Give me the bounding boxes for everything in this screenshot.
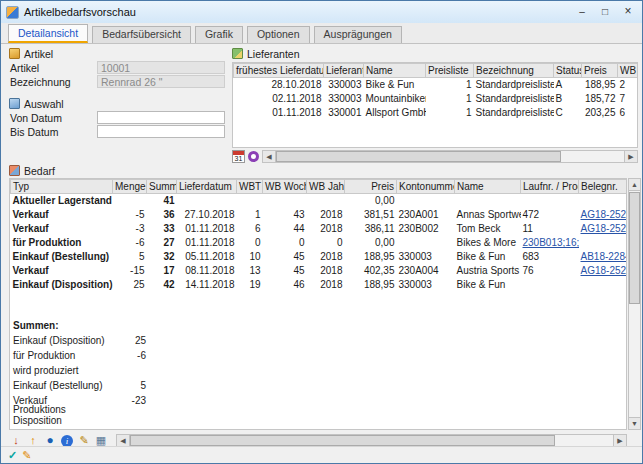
table-cell	[263, 194, 307, 208]
table-cell: A	[554, 78, 582, 92]
table-cell: 01.11.2018	[234, 106, 324, 120]
table-row[interactable]: Einkauf (Bestellung)53205.11.20181045201…	[11, 250, 628, 264]
table-cell: 0	[263, 236, 307, 250]
tab-optionen[interactable]: Optionen	[247, 26, 310, 43]
scrollbar-thumb[interactable]	[629, 192, 640, 304]
table-cell: 2018	[307, 264, 345, 278]
table-cell: 05.11.2018	[177, 250, 237, 264]
scroll-down-button[interactable]: ▼	[629, 417, 640, 429]
scrollbar-thumb[interactable]	[276, 151, 561, 162]
table-cell: 330001	[324, 106, 364, 120]
table-cell	[579, 236, 628, 250]
bedarf-vertical-scrollbar[interactable]: ▲ ▼	[628, 178, 641, 430]
scroll-left-button[interactable]: ◀	[117, 435, 130, 446]
table-cell: Annas Sportwelt	[455, 208, 521, 222]
tab-bar: Detailansicht Bedarfsübersicht Grafik Op…	[1, 23, 642, 44]
bis-datum-field[interactable]	[97, 125, 225, 138]
column-header: WB Woche	[263, 180, 307, 194]
table-row[interactable]: Verkauf-33301.11.20186442018386,11230B00…	[11, 222, 628, 236]
column-header: Bezeichnung	[474, 64, 554, 78]
table-row[interactable]: Aktueller Lagerstand410,00	[11, 194, 628, 208]
von-datum-field[interactable]	[97, 111, 225, 124]
table-cell: 13	[237, 264, 263, 278]
column-header: Belegnr.	[579, 180, 628, 194]
scrollbar-track[interactable]	[130, 435, 613, 446]
scroll-up-button[interactable]: ▲	[629, 179, 640, 191]
lieferanten-table-body: 28.10.2018330003Bike & Fun1Standardpreis…	[234, 78, 638, 120]
window-title: Artikelbedarfsvorschau	[24, 6, 568, 18]
tab-auspraegungen[interactable]: Ausprägungen	[314, 26, 402, 43]
lieferanten-horizontal-scrollbar[interactable]: ◀ ▶	[262, 150, 638, 163]
bis-datum-row: Bis Datum	[9, 125, 229, 138]
spiral-icon[interactable]	[248, 151, 259, 162]
table-row[interactable]: Verkauf-53627.10.20181432018381,51230A00…	[11, 208, 628, 222]
table-cell: Einkauf (Bestellung)	[11, 250, 113, 264]
table-cell: 230B002	[397, 222, 455, 236]
document-link[interactable]: AG18-2529	[581, 265, 628, 276]
table-cell: 0	[307, 236, 345, 250]
document-link[interactable]: AB18-2284	[581, 251, 628, 262]
maximize-button[interactable]: □	[596, 4, 614, 20]
column-header: frühestes Lieferdatum	[234, 64, 324, 78]
table-cell: C	[554, 106, 582, 120]
bedarf-table-body: Aktueller Lagerstand410,00Verkauf-53627.…	[11, 194, 628, 292]
table-cell: AG18-2529	[579, 264, 628, 278]
von-datum-row: Von Datum	[9, 111, 229, 124]
scroll-left-button[interactable]: ◀	[263, 151, 276, 162]
summen-row: Einkauf (Disposition) 25	[10, 333, 626, 348]
lieferanten-table: frühestes Lieferdatum Lieferant Name Pre…	[233, 63, 638, 120]
column-header: Preisliste	[426, 64, 474, 78]
calendar-icon-number: 31	[233, 155, 244, 163]
table-cell: 330003	[324, 92, 364, 106]
column-header: Preis	[345, 180, 397, 194]
info-icon[interactable]: i	[61, 435, 73, 447]
close-button[interactable]: ×	[619, 4, 637, 20]
table-cell: 45	[263, 264, 307, 278]
table-cell: Tom Beck	[455, 222, 521, 236]
scroll-right-button[interactable]: ▶	[624, 151, 637, 162]
bezeichnung-field	[97, 75, 225, 88]
minimize-button[interactable]: –	[573, 4, 591, 20]
table-cell: Bike & Fun	[455, 250, 521, 264]
scrollbar-thumb[interactable]	[130, 435, 555, 446]
table-cell	[307, 194, 345, 208]
table-cell: 0	[237, 236, 263, 250]
scroll-right-button[interactable]: ▶	[613, 435, 626, 446]
table-cell: 188,95	[582, 78, 618, 92]
bedarf-section-icon	[9, 165, 20, 176]
check-icon[interactable]: ✓	[8, 448, 17, 463]
table-cell: 230A001	[397, 208, 455, 222]
auswahl-section-header: Auswahl	[9, 97, 229, 110]
table-row[interactable]: 28.10.2018330003Bike & Fun1Standardpreis…	[234, 78, 638, 92]
scrollbar-track[interactable]	[629, 191, 640, 417]
titlebar: Artikelbedarfsvorschau – □ ×	[1, 1, 642, 23]
table-cell: 2018	[307, 222, 345, 236]
table-cell: Allsport GmbH	[364, 106, 426, 120]
von-datum-label: Von Datum	[9, 112, 97, 124]
calendar-icon[interactable]: 31	[232, 150, 245, 163]
lieferanten-header-row: frühestes Lieferdatum Lieferant Name Pre…	[234, 64, 638, 78]
table-row[interactable]: für Produktion-62701.11.20180000,00Bikes…	[11, 236, 628, 250]
table-cell: 472	[521, 208, 579, 222]
table-cell: 43	[263, 208, 307, 222]
tab-detailansicht[interactable]: Detailansicht	[8, 24, 88, 43]
document-link[interactable]: 230B013;16;1	[523, 237, 579, 248]
table-row[interactable]: Einkauf (Disposition)254214.11.201819462…	[11, 278, 628, 292]
table-row[interactable]: 02.11.2018330003Mountainbiker1Standardpr…	[234, 92, 638, 106]
tab-grafik[interactable]: Grafik	[195, 26, 243, 43]
table-row[interactable]: 01.11.2018330001Allsport GmbH1Standardpr…	[234, 106, 638, 120]
table-cell: 02.11.2018	[234, 92, 324, 106]
table-cell	[397, 194, 455, 208]
table-cell: 01.11.2018	[177, 236, 237, 250]
tab-bedarfsuebersicht[interactable]: Bedarfsübersicht	[92, 26, 191, 43]
table-cell: 42	[147, 278, 177, 292]
document-link[interactable]: AG18-2527	[581, 223, 628, 234]
summen-title: Summen:	[10, 318, 626, 333]
pencil-icon[interactable]: ✎	[22, 448, 31, 463]
document-link[interactable]: AG18-2526	[581, 209, 628, 220]
table-cell: 2	[618, 78, 638, 92]
summen-value: 5	[113, 380, 146, 391]
column-header: Name	[455, 180, 521, 194]
table-row[interactable]: Verkauf-151708.11.201813452018402,35230A…	[11, 264, 628, 278]
scrollbar-track[interactable]	[276, 151, 624, 162]
